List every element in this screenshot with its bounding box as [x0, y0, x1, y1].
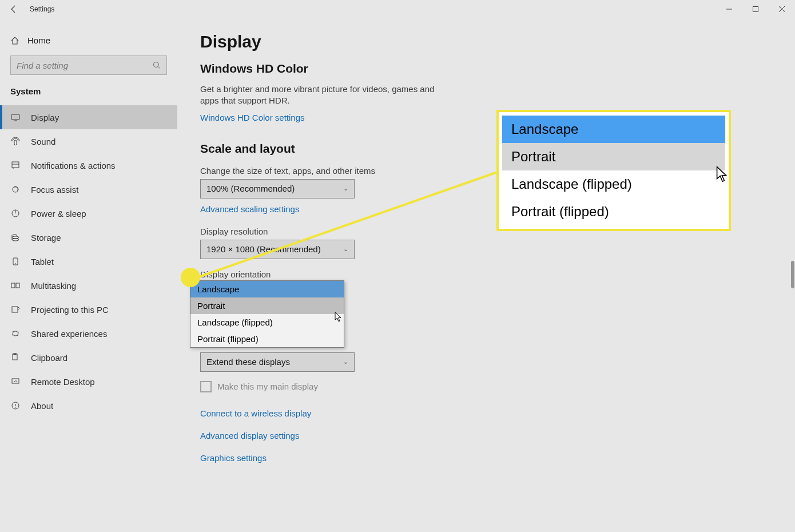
- chevron-down-icon: ⌄: [343, 185, 348, 192]
- resolution-value: 1920 × 1080 (Recommended): [206, 244, 321, 254]
- remote-desktop-icon: [10, 376, 21, 387]
- sidebar-item-storage[interactable]: Storage: [0, 225, 177, 249]
- sidebar-item-clipboard[interactable]: Clipboard: [0, 346, 177, 370]
- chevron-down-icon: ⌄: [343, 358, 348, 366]
- page-title: Display: [200, 32, 772, 51]
- notifications-icon: [10, 160, 21, 170]
- orientation-option[interactable]: Landscape: [190, 281, 344, 297]
- orientation-option[interactable]: Landscape (flipped): [190, 314, 344, 331]
- sidebar-item-label: Shared experiences: [31, 329, 107, 339]
- hd-color-link[interactable]: Windows HD Color settings: [200, 113, 305, 122]
- sidebar: Home System DisplaySoundNotifications & …: [0, 18, 177, 532]
- back-button[interactable]: [0, 0, 27, 18]
- main-display-label: Make this my main display: [217, 382, 318, 391]
- sidebar-item-display[interactable]: Display: [0, 105, 177, 129]
- scale-select[interactable]: 100% (Recommended) ⌄: [200, 179, 355, 198]
- sidebar-item-tablet[interactable]: Tablet: [0, 249, 177, 273]
- svg-line-5: [158, 67, 161, 69]
- sidebar-item-label: Notifications & actions: [31, 161, 116, 170]
- sidebar-item-label: Focus assist: [31, 185, 78, 194]
- close-icon: [779, 6, 785, 12]
- graphics-link[interactable]: Graphics settings: [200, 453, 267, 463]
- sidebar-item-focus-assist[interactable]: Focus assist: [0, 177, 177, 201]
- sidebar-home-label: Home: [27, 35, 50, 45]
- sidebar-item-label: Clipboard: [31, 353, 67, 363]
- window-buttons: [716, 0, 795, 18]
- annotation-dot: [181, 268, 200, 287]
- sidebar-item-label: Power & sleep: [31, 209, 86, 219]
- sidebar-item-projecting-to-this-pc[interactable]: Projecting to this PC: [0, 297, 177, 321]
- maximize-button[interactable]: [742, 0, 769, 18]
- sidebar-item-shared-experiences[interactable]: Shared experiences: [0, 321, 177, 346]
- multi-display-select[interactable]: Extend these displays ⌄: [200, 352, 355, 372]
- svg-point-12: [12, 239, 19, 241]
- scale-value: 100% (Recommended): [206, 184, 295, 193]
- sidebar-item-remote-desktop[interactable]: Remote Desktop: [0, 370, 177, 394]
- minimize-icon: [726, 6, 732, 12]
- adv-scaling-link[interactable]: Advanced scaling settings: [200, 204, 299, 214]
- minimize-button[interactable]: [716, 0, 742, 18]
- display-icon: [10, 112, 21, 122]
- tablet-icon: [10, 256, 21, 267]
- settings-window: Settings Home System DisplaySoundNotific…: [0, 0, 795, 532]
- multi-display-value: Extend these displays: [206, 357, 290, 367]
- search-field[interactable]: [17, 61, 161, 70]
- sidebar-item-sound[interactable]: Sound: [0, 129, 177, 153]
- scrollbar-thumb[interactable]: [791, 261, 794, 288]
- orientation-option-zoom: Landscape (flipped): [502, 170, 725, 198]
- search-wrap: [10, 55, 167, 75]
- sidebar-item-label: Projecting to this PC: [31, 305, 109, 315]
- close-button[interactable]: [769, 0, 795, 18]
- home-icon: [10, 36, 19, 45]
- search-input[interactable]: [10, 55, 167, 75]
- svg-point-4: [154, 62, 159, 68]
- about-icon: [10, 400, 21, 411]
- svg-point-24: [15, 407, 15, 407]
- sidebar-item-label: Display: [31, 113, 59, 122]
- sidebar-home[interactable]: Home: [0, 30, 177, 55]
- sidebar-item-label: Remote Desktop: [31, 377, 95, 387]
- hd-color-heading: Windows HD Color: [200, 62, 772, 76]
- cursor-icon: [716, 166, 729, 182]
- main-display-checkbox: Make this my main display: [200, 381, 772, 392]
- sidebar-item-label: Tablet: [31, 257, 54, 267]
- svg-rect-21: [12, 379, 19, 383]
- focus-assist-icon: [10, 184, 21, 194]
- sidebar-item-power-sleep[interactable]: Power & sleep: [0, 201, 177, 225]
- svg-rect-17: [16, 283, 19, 288]
- shared-experiences-icon: [10, 328, 21, 339]
- orientation-option-zoom: Landscape: [502, 116, 725, 143]
- svg-rect-1: [753, 7, 758, 12]
- svg-point-13: [12, 236, 19, 239]
- sidebar-item-multitasking[interactable]: Multitasking: [0, 273, 177, 297]
- nav-list: DisplaySoundNotifications & actionsFocus…: [0, 105, 177, 418]
- hd-color-desc: Get a brighter and more vibrant picture …: [200, 84, 452, 107]
- arrow-left-icon: [9, 5, 18, 14]
- sidebar-item-notifications-actions[interactable]: Notifications & actions: [0, 153, 177, 177]
- sidebar-item-label: Sound: [31, 137, 55, 146]
- orientation-option[interactable]: Portrait: [190, 297, 344, 314]
- main-content: Display Windows HD Color Get a brighter …: [177, 18, 795, 532]
- connect-wireless-link[interactable]: Connect to a wireless display: [200, 408, 311, 418]
- storage-icon: [10, 232, 21, 243]
- orientation-option-zoom: Portrait (flipped): [502, 198, 725, 225]
- window-body: Home System DisplaySoundNotifications & …: [0, 18, 795, 532]
- clipboard-icon: [10, 352, 21, 363]
- sidebar-item-label: About: [31, 401, 53, 411]
- orientation-option[interactable]: Portrait (flipped): [190, 331, 344, 347]
- window-title: Settings: [27, 5, 54, 13]
- svg-rect-8: [12, 162, 19, 168]
- sidebar-item-label: Storage: [31, 233, 61, 243]
- multitasking-icon: [10, 280, 21, 291]
- orientation-label: Display orientation: [200, 269, 772, 279]
- svg-rect-16: [11, 283, 15, 288]
- resolution-select[interactable]: 1920 × 1080 (Recommended) ⌄: [200, 240, 355, 259]
- svg-point-9: [13, 186, 18, 192]
- orientation-callout: LandscapePortraitLandscape (flipped)Port…: [496, 110, 731, 231]
- sidebar-item-about[interactable]: About: [0, 394, 177, 418]
- orientation-dropdown[interactable]: LandscapePortraitLandscape (flipped)Port…: [190, 280, 344, 348]
- chevron-down-icon: ⌄: [343, 245, 348, 253]
- cursor-icon: [335, 312, 343, 322]
- adv-display-link[interactable]: Advanced display settings: [200, 431, 299, 440]
- power-icon: [10, 208, 21, 219]
